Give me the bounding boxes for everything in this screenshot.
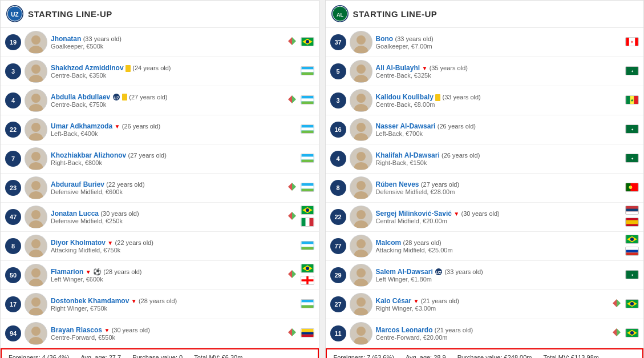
svg-rect-114 [634, 96, 638, 104]
svg-rect-61 [309, 218, 313, 226]
player-position-value: Goalkeeper, €500k [51, 43, 283, 50]
player-flags: ✦ [625, 124, 639, 135]
player-name[interactable]: Abdurauf Buriev (22 years old) [51, 180, 145, 188]
player-avatar-icon [25, 61, 47, 82]
player-name[interactable]: Dostonbek Khamdamov ▼ (28 years old) [51, 297, 177, 305]
player-row: 11 Marcos Leonardo (21 years old)Centre-… [326, 319, 644, 348]
jersey-number: 3 [330, 92, 346, 108]
svg-point-105 [357, 65, 366, 74]
player-name[interactable]: Marcos Leonardo (21 years old) [376, 326, 473, 334]
player-name[interactable]: Shakhzod Azmiddinov (24 years old) [51, 64, 171, 72]
svg-rect-27 [301, 99, 313, 101]
red-arrow-icon: ▼ [453, 211, 459, 217]
red-arrow-icon: ▼ [86, 269, 91, 275]
player-name[interactable]: Kalidou Koulibaly (33 years old) [376, 93, 481, 101]
svg-point-164 [630, 301, 634, 305]
player-info: Abdurauf Buriev (22 years old)Defensive … [51, 180, 283, 195]
svg-marker-46 [288, 183, 292, 191]
player-name[interactable]: Salem Al-Dawsari UZ (33 years old) [376, 268, 483, 276]
player-name[interactable]: Sergej Milinković-Savić ▼ (30 years old) [376, 210, 500, 218]
svg-rect-138 [626, 211, 638, 214]
player-row: 4 Abdulla Abdullaev UZ (27 years old)Cen… [1, 86, 319, 115]
svg-rect-140 [626, 220, 638, 224]
left-team-panel: UZ STARTING LINE-UP 19 Jhonatan (33 year… [0, 0, 319, 358]
substitution-icon [287, 94, 297, 107]
player-name[interactable]: Diyor Kholmatov ▼ (22 years old) [51, 239, 153, 247]
svg-marker-23 [288, 95, 292, 103]
right-purchase-value: Purchase value: €248.00m [457, 354, 532, 358]
svg-marker-73 [288, 270, 292, 278]
svg-point-18 [31, 94, 40, 103]
player-row: 8 Diyor Kholmatov ▼ (22 years old)Attack… [1, 232, 319, 261]
svg-text:✦: ✦ [631, 127, 634, 131]
svg-text:✦: ✦ [631, 272, 634, 276]
player-name[interactable]: Rúben Neves (27 years old) [376, 180, 460, 188]
player-flags [301, 264, 314, 287]
player-info: Jhonatan (33 years old)Goalkeeper, €500k [51, 35, 283, 50]
player-name[interactable]: Abdulla Abdullaev UZ (27 years old) [51, 93, 168, 101]
player-flags [625, 328, 639, 339]
svg-marker-6 [288, 37, 292, 45]
svg-rect-137 [626, 209, 638, 212]
player-info: Bono (33 years old)Goalkeeper, €7.00m [376, 35, 619, 50]
player-name[interactable]: Jhonatan (33 years old) [51, 35, 121, 43]
player-row: 22 Sergej Milinković-Savić ▼ (30 years o… [326, 203, 644, 232]
player-avatar-icon [25, 323, 47, 344]
player-photo [350, 118, 372, 141]
right-team-header: AL STARTING LINE-UP [326, 1, 644, 28]
left-team-title: STARTING LINE-UP [28, 9, 112, 19]
svg-rect-86 [301, 303, 313, 305]
player-name[interactable]: Umar Adkhamzoda ▼ (26 years old) [51, 122, 160, 130]
panel-divider [319, 0, 325, 358]
player-name[interactable]: Ali Al-Bulayhi ▼ (35 years old) [376, 64, 468, 72]
svg-rect-50 [301, 186, 313, 188]
flag-sn: ★ [625, 95, 639, 106]
player-avatar-icon [350, 119, 372, 140]
player-avatar-icon [350, 206, 372, 228]
flag-ge [301, 276, 314, 287]
player-photo [350, 31, 372, 54]
player-flags [301, 328, 314, 339]
svg-marker-160 [617, 299, 621, 307]
flag-br [301, 264, 314, 275]
player-name[interactable]: Kaio César ▼ (21 years old) [376, 297, 460, 305]
yellow-card-icon [435, 94, 440, 101]
player-name[interactable]: Jonatan Lucca (30 years old) [51, 210, 139, 218]
flag-br [625, 328, 639, 339]
player-position-value: Defensive Midfield, €28.00m [376, 188, 619, 195]
player-name[interactable]: Brayan Riascos ▼ (30 years old) [51, 326, 150, 334]
right-team-title: STARTING LINE-UP [353, 9, 438, 19]
player-name[interactable]: Nasser Al-Dawsari (26 years old) [376, 122, 476, 130]
player-photo [350, 235, 372, 258]
player-name[interactable]: Flamarion ▼ ⚽ (28 years old) [51, 268, 142, 276]
player-action-icons [287, 211, 297, 224]
right-team-logo: AL [331, 5, 349, 22]
svg-rect-94 [301, 334, 313, 336]
player-name[interactable]: Bono (33 years old) [376, 35, 434, 43]
flag-es [625, 218, 639, 228]
player-flags [625, 299, 639, 310]
jersey-number: 5 [330, 63, 346, 79]
jersey-number: 3 [5, 63, 21, 79]
flag-br [301, 206, 314, 216]
player-flags [625, 206, 639, 228]
player-photo [350, 60, 372, 83]
svg-marker-5 [292, 37, 296, 45]
substitution-icon [287, 269, 297, 282]
svg-rect-41 [301, 157, 313, 159]
svg-point-76 [305, 267, 309, 270]
jersey-number: 11 [330, 325, 346, 341]
player-name[interactable]: Khalifah Al-Dawsari (26 years old) [376, 151, 480, 159]
player-name[interactable]: Malcom (28 years old) [376, 239, 442, 247]
player-photo [25, 264, 47, 287]
flag-uz [301, 154, 314, 164]
player-info: Ali Al-Bulayhi ▼ (35 years old)Centre-Ba… [376, 64, 619, 79]
svg-text:UZ: UZ [11, 11, 18, 18]
player-action-icons [287, 327, 297, 340]
svg-marker-161 [613, 299, 617, 307]
player-name[interactable]: Khozhiakbar Alizhonov (27 years old) [51, 151, 167, 159]
substitution-icon [287, 211, 297, 224]
player-info: Jonatan Lucca (30 years old)Defensive Mi… [51, 210, 283, 224]
svg-rect-26 [301, 101, 313, 103]
svg-point-29 [31, 123, 40, 132]
